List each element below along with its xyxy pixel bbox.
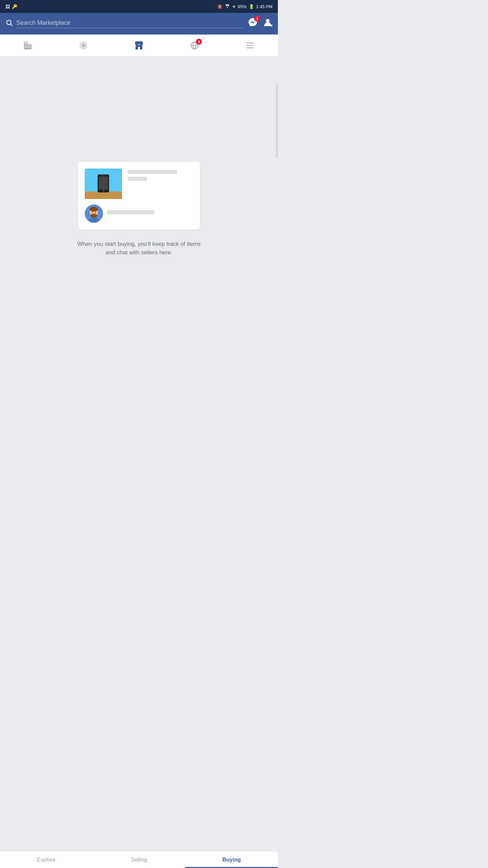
product-preview: [85, 169, 193, 199]
product-image: [85, 169, 122, 199]
svg-rect-6: [24, 42, 27, 44]
search-input[interactable]: Search Marketplace: [16, 19, 244, 28]
seller-info: [107, 210, 193, 217]
svg-point-28: [92, 212, 93, 213]
svg-point-22: [103, 190, 104, 192]
seller-avatar: [85, 204, 103, 223]
battery-text: 95%: [238, 4, 247, 9]
svg-rect-23: [101, 175, 105, 176]
nav-item-video[interactable]: [73, 38, 94, 53]
svg-point-27: [90, 214, 97, 218]
svg-rect-7: [24, 45, 32, 46]
battery-icon: 🔋: [249, 4, 254, 9]
svg-rect-21: [99, 177, 108, 190]
product-title-placeholder: [127, 170, 177, 174]
svg-line-2: [11, 24, 12, 26]
messenger-button[interactable]: 1: [248, 18, 258, 29]
seller-name-placeholder: [107, 210, 155, 214]
svg-point-3: [266, 19, 270, 23]
gallery-icon: 🖼: [5, 4, 10, 9]
nav-bar: 4: [0, 35, 278, 57]
wifi-icon: [225, 4, 230, 9]
status-bar-right: 🔇 ✈ 95% 🔋 1:45 PM: [217, 4, 272, 9]
time-display: 1:45 PM: [256, 4, 272, 9]
empty-state-description: When you start buying, you'll keep track…: [75, 240, 203, 257]
nav-item-marketplace[interactable]: [129, 38, 149, 53]
airplane-icon: ✈: [232, 4, 236, 9]
nav-item-news-feed[interactable]: [18, 38, 38, 53]
svg-rect-8: [24, 47, 32, 48]
nav-item-notifications[interactable]: 4: [184, 38, 205, 53]
status-bar-left-icons: 🖼 🔑: [5, 4, 17, 9]
seller-preview: [85, 204, 193, 223]
nav-item-menu[interactable]: [240, 38, 260, 53]
status-bar: 🖼 🔑 🔇 ✈ 95% 🔋 1:45 PM: [0, 0, 278, 13]
search-bar-actions: 1: [248, 18, 272, 29]
mute-icon: 🔇: [217, 4, 223, 9]
product-info: [127, 169, 193, 183]
profile-button[interactable]: [263, 18, 272, 29]
svg-point-26: [90, 207, 98, 212]
product-price-placeholder: [127, 177, 147, 181]
search-bar: Search Marketplace 1: [0, 13, 278, 35]
svg-point-0: [227, 7, 228, 8]
svg-point-29: [95, 212, 96, 213]
illustration-card: [78, 162, 200, 230]
messenger-badge: 1: [254, 16, 260, 22]
notifications-badge: 4: [196, 39, 202, 45]
search-icon: [5, 19, 13, 28]
scrollbar-hint: [276, 84, 278, 158]
svg-point-1: [7, 20, 11, 24]
main-content: When you start buying, you'll keep track…: [0, 57, 278, 362]
search-input-wrapper[interactable]: Search Marketplace: [5, 19, 244, 28]
key-icon: 🔑: [12, 4, 17, 9]
svg-rect-9: [24, 48, 32, 49]
svg-rect-13: [138, 47, 140, 50]
